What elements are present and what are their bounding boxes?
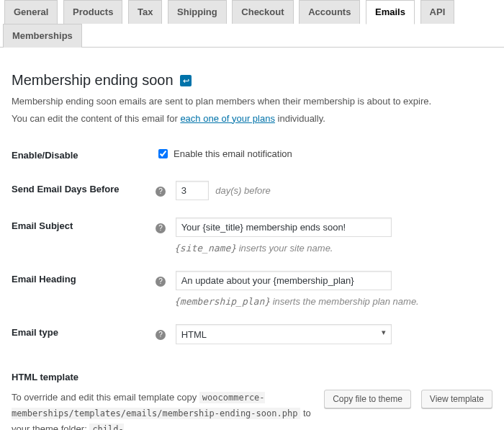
tab-emails[interactable]: Emails bbox=[366, 0, 415, 24]
template-text-before: To override and edit this email template… bbox=[12, 392, 199, 403]
enable-checkbox[interactable] bbox=[158, 149, 168, 158]
subject-hint-text: inserts your site name. bbox=[236, 243, 333, 254]
plans-link[interactable]: each one of your plans bbox=[180, 113, 275, 124]
enable-label: Enable/Disable bbox=[12, 138, 156, 172]
subject-input[interactable] bbox=[176, 218, 392, 237]
page-title-text: Membership ending soon bbox=[12, 72, 174, 88]
description-line2-before: You can edit the content of this email f… bbox=[12, 113, 180, 124]
tab-general[interactable]: General bbox=[4, 0, 58, 24]
copy-file-button[interactable]: Copy file to theme bbox=[324, 390, 411, 408]
heading-hint: {membership_plan} inserts the membership… bbox=[174, 296, 492, 307]
email-type-label: Email type bbox=[12, 315, 156, 353]
heading-hint-code: {membership_plan} bbox=[174, 296, 270, 307]
heading-label: Email Heading bbox=[12, 262, 156, 315]
view-template-button[interactable]: View template bbox=[421, 390, 492, 408]
tab-memberships[interactable]: Memberships bbox=[3, 24, 82, 48]
description-line1: Membership ending soon emails are sent t… bbox=[12, 94, 492, 109]
tab-api[interactable]: API bbox=[420, 0, 455, 24]
template-heading: HTML template bbox=[12, 372, 492, 382]
description-line2: You can edit the content of this email f… bbox=[12, 112, 492, 126]
template-text: To override and edit this email template… bbox=[12, 390, 314, 430]
tabs-bar: General Products Tax Shipping Checkout A… bbox=[0, 0, 504, 48]
tab-tax[interactable]: Tax bbox=[128, 0, 162, 24]
help-icon[interactable]: ? bbox=[156, 277, 166, 287]
email-type-select[interactable]: HTML bbox=[176, 324, 392, 344]
days-before-input[interactable] bbox=[176, 181, 209, 200]
heading-hint-text: inserts the membership plan name. bbox=[270, 296, 419, 307]
page-title: Membership ending soon ↩ bbox=[12, 72, 492, 89]
days-before-label: Send Email Days Before bbox=[12, 172, 156, 209]
tab-accounts[interactable]: Accounts bbox=[299, 0, 360, 24]
subject-hint: {site_name} inserts your site name. bbox=[174, 243, 492, 254]
days-before-suffix: day(s) before bbox=[215, 185, 271, 196]
description-line2-after: individually. bbox=[275, 113, 325, 124]
subject-label: Email Subject bbox=[12, 209, 156, 262]
enable-checkbox-label: Enable this email notification bbox=[174, 148, 292, 159]
tab-shipping[interactable]: Shipping bbox=[168, 0, 227, 24]
subject-hint-code: {site_name} bbox=[174, 243, 236, 254]
enable-checkbox-wrap[interactable]: Enable this email notification bbox=[156, 147, 292, 161]
help-icon[interactable]: ? bbox=[156, 223, 166, 233]
back-icon[interactable]: ↩ bbox=[180, 75, 192, 86]
help-icon[interactable]: ? bbox=[156, 187, 166, 197]
tab-checkout[interactable]: Checkout bbox=[232, 0, 293, 24]
heading-input[interactable] bbox=[176, 271, 392, 290]
tab-products[interactable]: Products bbox=[63, 0, 122, 24]
help-icon[interactable]: ? bbox=[156, 330, 166, 340]
